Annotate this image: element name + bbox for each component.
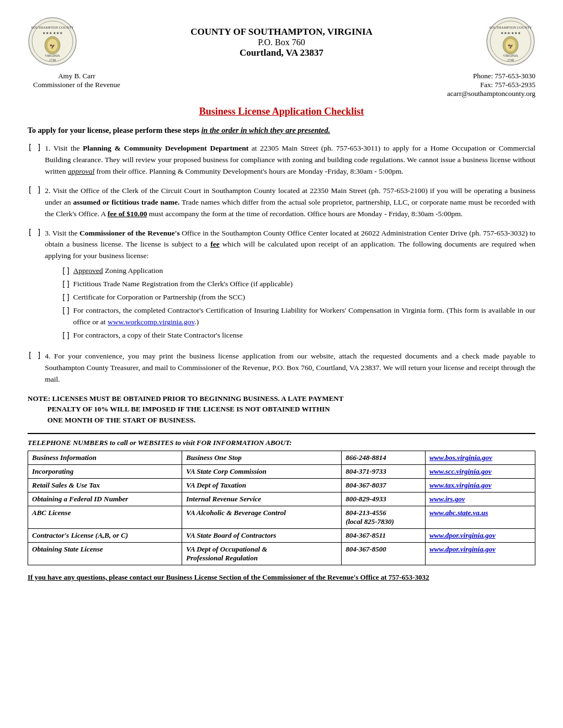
cell-row7-col4: www.dpor.virginia.gov	[425, 543, 535, 565]
divider	[28, 433, 535, 434]
sub-checkbox-2[interactable]: []	[61, 279, 70, 290]
contact-left: Amy B. Carr Commissioner of the Revenue	[33, 72, 120, 98]
cell-row7-col1: Obtaining State License	[28, 543, 182, 565]
table-row: Retail Sales & Use Tax VA Dept of Taxati…	[28, 479, 535, 493]
svg-text:VIRGINIA: VIRGINIA	[45, 54, 60, 57]
table-row: Contractor's License (A,B, or C) VA Stat…	[28, 529, 535, 543]
sub-checkbox-1[interactable]: []	[61, 265, 70, 277]
note-text: NOTE: LICENSES MUST BE OBTAINED PRIOR TO…	[28, 393, 535, 426]
email: acarr@southamptoncounty.org	[447, 89, 535, 98]
svg-text:SOUTHAMPTON COUNTY: SOUTHAMPTON COUNTY	[31, 25, 74, 29]
sub-item-5: [] For contractors, a copy of their Stat…	[61, 330, 535, 341]
cell-row6-col4: www.dpor.virginia.gov	[425, 529, 535, 543]
intro-emphasis: in the order in which they are presented…	[201, 126, 330, 135]
checkbox-3[interactable]: [ ]	[28, 228, 41, 237]
link-bos[interactable]: www.bos.virginia.gov	[429, 453, 492, 462]
header-center: COUNTY OF SOUTHAMPTON, VIRGINIA P.O. Box…	[77, 26, 486, 58]
step-2-text: 2. Visit the Office of the Clerk of the …	[45, 185, 535, 220]
sub-item-3: [] Certificate for Corporation or Partne…	[61, 292, 535, 303]
cell-row1-col1: Business Information	[28, 451, 182, 465]
link-abc[interactable]: www.abc.state.va.us	[429, 508, 488, 517]
cell-row4-col3: 800-829-4933	[342, 493, 426, 506]
cell-row2-col1: Incorporating	[28, 465, 182, 479]
link-irs[interactable]: www.irs.gov	[429, 495, 465, 503]
svg-text:🦅: 🦅	[50, 44, 55, 49]
step-3-text: 3. Visit the Commissioner of the Revenue…	[45, 228, 535, 343]
svg-text:VIRGINIA: VIRGINIA	[503, 54, 518, 57]
checkbox-1[interactable]: [ ]	[28, 143, 41, 152]
table-row: ABC License VA Alcoholic & Beverage Cont…	[28, 506, 535, 529]
intro-bold-part: To apply for your license, please perfor…	[28, 126, 199, 135]
cell-row7-col2: VA Dept of Occupational &Professional Re…	[182, 543, 342, 565]
step-1-text: 1. Visit the Planning & Community Develo…	[45, 143, 535, 178]
cell-row6-col3: 804-367-8511	[342, 529, 426, 543]
contact-row: Amy B. Carr Commissioner of the Revenue …	[28, 72, 535, 98]
workcomp-link[interactable]: www.workcomp.virginia.gov	[108, 318, 194, 326]
link-tax[interactable]: www.tax.virginia.gov	[429, 481, 492, 489]
step-2: [ ] 2. Visit the Office of the Clerk of …	[28, 185, 535, 220]
table-row: Incorporating VA State Corp Commission 8…	[28, 465, 535, 479]
link-dpor1[interactable]: www.dpor.virginia.gov	[429, 531, 496, 539]
sub-item-1-text: Approved Zoning Application	[73, 265, 163, 277]
table-row: Obtaining a Federal ID Number Internal R…	[28, 493, 535, 506]
step-3-sublist: [] Approved Zoning Application [] Fictit…	[61, 265, 535, 341]
sub-item-2: [] Fictitious Trade Name Registration fr…	[61, 279, 535, 290]
table-section: TELEPHONE NUMBERS to call or WEBSITES to…	[28, 438, 535, 565]
cell-row5-col2: VA Alcoholic & Beverage Control	[182, 506, 342, 529]
link-dpor2[interactable]: www.dpor.virginia.gov	[429, 545, 496, 553]
svg-text:🦅: 🦅	[508, 44, 513, 49]
link-scc[interactable]: www.scc.virginia.gov	[429, 467, 492, 475]
cell-row6-col1: Contractor's License (A,B, or C)	[28, 529, 182, 543]
cell-row5-col3: 804-213-4556(local 825-7830)	[342, 506, 426, 529]
sub-checkbox-4[interactable]: []	[61, 305, 70, 317]
step-4: [ ] 4. For your convenience, you may pri…	[28, 351, 535, 386]
cell-row2-col3: 804-371-9733	[342, 465, 426, 479]
table-header: TELEPHONE NUMBERS to call or WEBSITES to…	[28, 438, 535, 447]
cell-row4-col2: Internal Revenue Service	[182, 493, 342, 506]
cell-row3-col2: VA Dept of Taxation	[182, 479, 342, 493]
svg-text:1749: 1749	[507, 58, 514, 62]
step1-dept: Planning & Community Development Departm…	[83, 144, 248, 152]
left-seal: SOUTHAMPTON COUNTY ★ ★ ★ ★ ★ ★ 🦅 VIRGINI…	[28, 17, 77, 68]
intro-text: To apply for your license, please perfor…	[28, 126, 535, 135]
page-header: SOUTHAMPTON COUNTY ★ ★ ★ ★ ★ ★ 🦅 VIRGINI…	[28, 17, 535, 68]
checkbox-2[interactable]: [ ]	[28, 185, 41, 194]
contact-right: Phone: 757-653-3030 Fax: 757-653-2935 ac…	[447, 72, 535, 98]
cell-row1-col3: 866-248-8814	[342, 451, 426, 465]
city: Courtland, VA 23837	[77, 47, 486, 58]
cell-row3-col3: 804-367-8037	[342, 479, 426, 493]
step2-trade: assumed or fictitious trade name.	[73, 198, 179, 206]
svg-text:SOUTHAMPTON COUNTY: SOUTHAMPTON COUNTY	[489, 25, 532, 29]
cell-row3-col1: Retail Sales & Use Tax	[28, 479, 182, 493]
commissioner-title: Commissioner of the Revenue	[33, 81, 120, 89]
cell-row1-col2: Business One Stop	[182, 451, 342, 465]
step-1: [ ] 1. Visit the Planning & Community De…	[28, 143, 535, 178]
step-3: [ ] 3. Visit the Commissioner of the Rev…	[28, 228, 535, 343]
cell-row7-col3: 804-367-8500	[342, 543, 426, 565]
sub-item-3-text: Certificate for Corporation or Partnersh…	[73, 292, 246, 303]
svg-text:★ ★ ★ ★ ★ ★: ★ ★ ★ ★ ★ ★	[501, 31, 521, 35]
sub-item-1: [] Approved Zoning Application	[61, 265, 535, 277]
sub-checkbox-5[interactable]: []	[61, 330, 70, 341]
phone: Phone: 757-653-3030	[447, 72, 535, 81]
step1-approval: approval	[68, 167, 94, 175]
org-name: COUNTY OF SOUTHAMPTON, VIRGINIA	[77, 26, 486, 38]
table-body: Business Information Business One Stop 8…	[28, 451, 535, 565]
step3-fee: fee	[210, 240, 219, 248]
sub-item-5-text: For contractors, a copy of their State C…	[73, 330, 243, 341]
svg-text:1749: 1749	[49, 58, 56, 62]
cell-row4-col4: www.irs.gov	[425, 493, 535, 506]
note-label: NOTE: LICENSES MUST BE OBTAINED PRIOR TO…	[28, 394, 343, 424]
footer-note: If you have any questions, please contac…	[28, 573, 535, 582]
page-title: Business License Application Checklist	[28, 106, 535, 117]
info-table: Business Information Business One Stop 8…	[28, 451, 535, 565]
po-box: P.O. Box 760	[77, 38, 486, 47]
cell-row2-col2: VA State Corp Commission	[182, 465, 342, 479]
cell-row5-col4: www.abc.state.va.us	[425, 506, 535, 529]
checkbox-4[interactable]: [ ]	[28, 351, 41, 360]
step-4-text: 4. For your convenience, you may print t…	[45, 351, 535, 386]
cell-row1-col4: www.bos.virginia.gov	[425, 451, 535, 465]
sub-item-2-text: Fictitious Trade Name Registration from …	[73, 279, 293, 290]
sub-checkbox-3[interactable]: []	[61, 292, 70, 303]
cell-row3-col4: www.tax.virginia.gov	[425, 479, 535, 493]
